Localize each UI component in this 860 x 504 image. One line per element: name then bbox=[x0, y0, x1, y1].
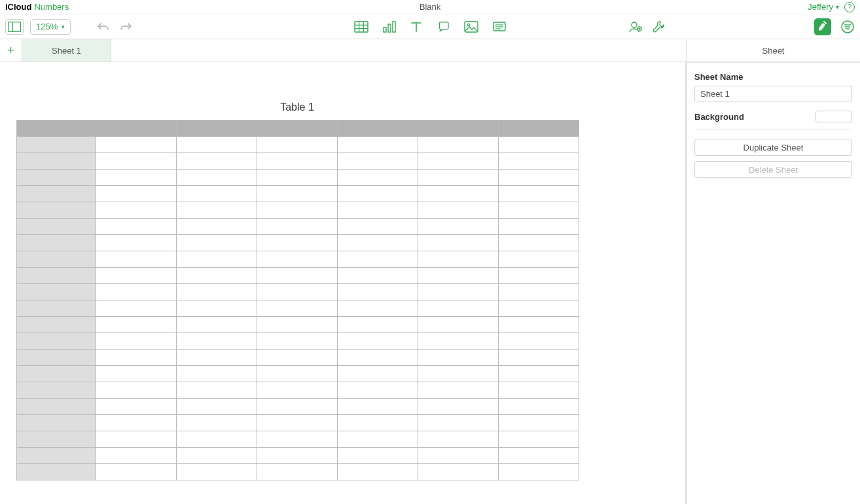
cell[interactable] bbox=[418, 268, 499, 284]
cell[interactable] bbox=[257, 415, 338, 431]
cell[interactable] bbox=[499, 268, 579, 284]
insert-comment-icon[interactable] bbox=[493, 21, 506, 33]
header-cell[interactable] bbox=[257, 120, 338, 137]
row-header-cell[interactable] bbox=[17, 448, 96, 464]
header-cell[interactable] bbox=[338, 120, 418, 137]
row-header-cell[interactable] bbox=[17, 251, 96, 268]
table-row[interactable] bbox=[17, 300, 579, 317]
cell[interactable] bbox=[338, 448, 418, 464]
row-header-cell[interactable] bbox=[17, 464, 96, 480]
table-row[interactable] bbox=[17, 235, 579, 251]
cell[interactable] bbox=[96, 251, 177, 268]
table-row[interactable] bbox=[17, 186, 579, 202]
cell[interactable] bbox=[96, 186, 177, 202]
cell[interactable] bbox=[257, 170, 338, 186]
cell[interactable] bbox=[96, 350, 177, 366]
table-row[interactable] bbox=[17, 137, 579, 153]
cell[interactable] bbox=[177, 202, 257, 219]
cell[interactable] bbox=[177, 399, 257, 415]
row-header-cell[interactable] bbox=[17, 235, 96, 251]
cell[interactable] bbox=[257, 284, 338, 300]
cell[interactable] bbox=[418, 300, 499, 317]
table-title[interactable]: Table 1 bbox=[16, 101, 578, 113]
cell[interactable] bbox=[499, 415, 579, 431]
cell[interactable] bbox=[177, 300, 257, 317]
table-row[interactable] bbox=[17, 170, 579, 186]
row-header-cell[interactable] bbox=[17, 415, 96, 431]
cell[interactable] bbox=[96, 366, 177, 382]
cell[interactable] bbox=[177, 137, 257, 153]
cell[interactable] bbox=[338, 251, 418, 268]
sheet-tab[interactable]: Sheet 1 bbox=[22, 39, 111, 62]
cell[interactable] bbox=[257, 137, 338, 153]
cell[interactable] bbox=[257, 382, 338, 399]
cell[interactable] bbox=[177, 431, 257, 448]
cell[interactable] bbox=[96, 170, 177, 186]
cell[interactable] bbox=[257, 317, 338, 333]
redo-button[interactable] bbox=[118, 22, 134, 32]
spreadsheet-table[interactable] bbox=[16, 120, 579, 480]
cell[interactable] bbox=[418, 333, 499, 350]
cell[interactable] bbox=[96, 399, 177, 415]
cell[interactable] bbox=[177, 170, 257, 186]
cell[interactable] bbox=[338, 284, 418, 300]
cell[interactable] bbox=[96, 219, 177, 235]
user-menu[interactable]: Jeffery ▾ bbox=[808, 2, 839, 12]
cell[interactable] bbox=[177, 284, 257, 300]
cell[interactable] bbox=[338, 268, 418, 284]
undo-button[interactable] bbox=[96, 22, 111, 32]
cell[interactable] bbox=[499, 153, 579, 170]
background-color-swatch[interactable] bbox=[815, 111, 852, 122]
cell[interactable] bbox=[96, 284, 177, 300]
cell[interactable] bbox=[418, 399, 499, 415]
cell[interactable] bbox=[177, 186, 257, 202]
add-sheet-button[interactable]: + bbox=[0, 39, 22, 62]
cell[interactable] bbox=[418, 382, 499, 399]
row-header-cell[interactable] bbox=[17, 382, 96, 399]
cell[interactable] bbox=[418, 251, 499, 268]
format-button[interactable] bbox=[814, 18, 831, 35]
table-row[interactable] bbox=[17, 448, 579, 464]
cell[interactable] bbox=[338, 202, 418, 219]
cell[interactable] bbox=[418, 448, 499, 464]
table-row[interactable] bbox=[17, 399, 579, 415]
header-cell[interactable] bbox=[177, 120, 257, 137]
table-row[interactable] bbox=[17, 251, 579, 268]
cell[interactable] bbox=[257, 251, 338, 268]
cell[interactable] bbox=[338, 333, 418, 350]
cell[interactable] bbox=[499, 202, 579, 219]
row-header-cell[interactable] bbox=[17, 284, 96, 300]
cell[interactable] bbox=[499, 186, 579, 202]
cell[interactable] bbox=[96, 382, 177, 399]
cell[interactable] bbox=[499, 431, 579, 448]
table-row[interactable] bbox=[17, 366, 579, 382]
table-row[interactable] bbox=[17, 350, 579, 366]
cell[interactable] bbox=[96, 268, 177, 284]
cell[interactable] bbox=[96, 317, 177, 333]
tools-icon[interactable] bbox=[652, 20, 665, 33]
header-cell[interactable] bbox=[17, 120, 96, 137]
collaborate-icon[interactable] bbox=[628, 20, 643, 33]
cell[interactable] bbox=[499, 219, 579, 235]
cell[interactable] bbox=[177, 382, 257, 399]
cell[interactable] bbox=[418, 137, 499, 153]
header-cell[interactable] bbox=[96, 120, 177, 137]
cell[interactable] bbox=[338, 170, 418, 186]
delete-sheet-button[interactable]: Delete Sheet bbox=[694, 161, 852, 178]
cell[interactable] bbox=[96, 448, 177, 464]
cell[interactable] bbox=[257, 202, 338, 219]
cell[interactable] bbox=[338, 300, 418, 317]
cell[interactable] bbox=[499, 137, 579, 153]
cell[interactable] bbox=[418, 170, 499, 186]
cell[interactable] bbox=[418, 219, 499, 235]
cell[interactable] bbox=[499, 399, 579, 415]
cell[interactable] bbox=[499, 251, 579, 268]
cell[interactable] bbox=[177, 153, 257, 170]
cell[interactable] bbox=[96, 415, 177, 431]
row-header-cell[interactable] bbox=[17, 268, 96, 284]
cell[interactable] bbox=[177, 219, 257, 235]
cell[interactable] bbox=[96, 300, 177, 317]
cell[interactable] bbox=[257, 186, 338, 202]
cell[interactable] bbox=[499, 366, 579, 382]
cell[interactable] bbox=[96, 464, 177, 480]
